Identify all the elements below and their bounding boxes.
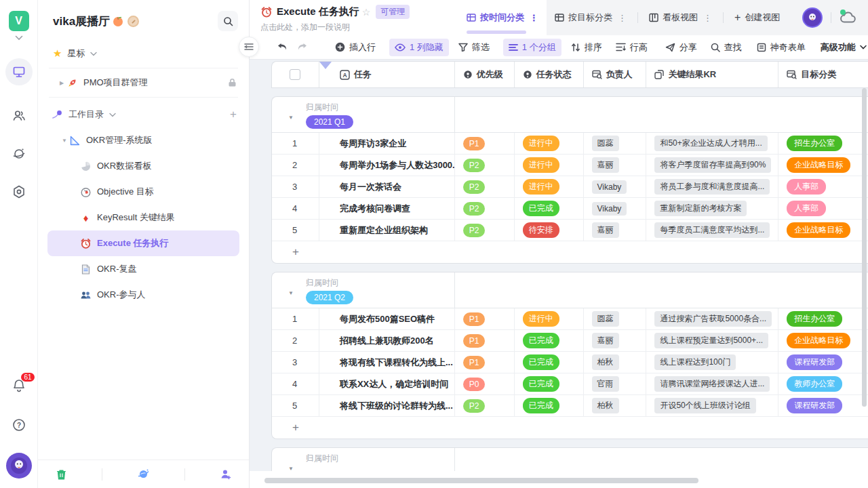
priority-tag[interactable]: P1 (463, 312, 486, 326)
template-center-icon[interactable] (12, 146, 26, 161)
find-button[interactable]: 查找 (711, 41, 742, 54)
collaborator-avatar[interactable] (802, 7, 823, 28)
tab-more-icon[interactable]: ⋮ (530, 13, 538, 23)
group-collapse-toggle[interactable]: ▼ (288, 115, 294, 121)
kr-tag[interactable]: 请腾讯课堂网络授课达人进... (654, 376, 770, 392)
owner-tag[interactable]: 圆蕊 (592, 311, 619, 327)
owner-tag[interactable]: Vikaby (592, 180, 627, 194)
status-tag[interactable]: 已完成 (523, 354, 559, 370)
kr-tag[interactable]: 开设50个线上班级讨论组 (654, 398, 755, 413)
favorite-star-icon[interactable]: ☆ (362, 7, 371, 18)
kr-tag[interactable]: 将员工参与度和满意度提高... (654, 179, 770, 195)
horizontal-scrollbar[interactable] (264, 478, 698, 483)
status-tag[interactable]: 进行中 (523, 311, 559, 327)
magic-form-button[interactable]: 神奇表单 (757, 41, 806, 54)
priority-tag[interactable]: P2 (463, 399, 486, 413)
status-tag[interactable]: 已完成 (523, 201, 559, 216)
category-tag[interactable]: 企业战略目标 (787, 222, 850, 238)
table-row[interactable]: 3 每月一次茶话会 P2 进行中 Vikaby 将员工参与度和满意度提高... … (272, 176, 868, 198)
priority-tag[interactable]: P1 (463, 356, 486, 369)
task-cell[interactable]: 每月一次茶话会 (340, 181, 401, 193)
task-cell[interactable]: 每周举办1场参与人数达3000... (340, 159, 455, 171)
notifications-bell-icon[interactable]: 61 (12, 378, 26, 393)
workbench-icon[interactable] (5, 58, 33, 85)
vertical-scrollbar[interactable] (862, 88, 867, 407)
invite-member-icon[interactable] (220, 468, 232, 481)
owner-tag[interactable]: 柏秋 (592, 354, 619, 370)
column-header-category[interactable]: 目标分类 (778, 62, 868, 87)
task-cell[interactable]: 联系XX达人，确定培训时间 (340, 378, 448, 390)
create-view-button[interactable]: + 创建视图 (726, 0, 788, 35)
task-cell[interactable]: 重新厘定企业组织架构 (340, 224, 428, 237)
category-tag[interactable]: 招生办公室 (787, 136, 842, 151)
view-tab-by-goal[interactable]: 按目标分类 ⋮ (547, 0, 635, 35)
priority-tag[interactable]: P1 (463, 334, 486, 348)
workspace-switch-chevron-icon[interactable] (15, 35, 23, 41)
kr-tag[interactable]: 线上课程预定量达到5000+... (654, 333, 768, 348)
kr-tag[interactable]: 线上课程达到100门 (654, 354, 736, 370)
kr-tag[interactable]: 和50+家企业达成人才聘用... (654, 136, 767, 151)
sync-cloud-icon[interactable] (840, 11, 857, 24)
search-button[interactable] (218, 11, 238, 31)
view-tab-kanban[interactable]: 看板视图 ⋮ (641, 0, 720, 35)
row-height-button[interactable]: 行高 (616, 41, 648, 54)
priority-tag[interactable]: P2 (463, 180, 486, 194)
advanced-features-button[interactable]: 高级功能 (821, 41, 867, 54)
group-header[interactable]: ▼ 归属时间 2021 Q1 (272, 97, 868, 133)
owner-tag[interactable]: 嘉丽 (592, 333, 619, 348)
share-button[interactable]: 分享 (665, 41, 697, 54)
priority-tag[interactable]: P0 (463, 378, 486, 391)
user-avatar[interactable] (6, 453, 32, 479)
owner-tag[interactable]: 嘉丽 (592, 157, 619, 173)
priority-tag[interactable]: P2 (463, 159, 486, 172)
priority-tag[interactable]: P2 (463, 224, 486, 237)
category-tag[interactable]: 课程研发部 (787, 398, 842, 413)
task-cell[interactable]: 每周发布500篇SEO稿件 (340, 313, 435, 325)
group-button[interactable]: 1 个分组 (503, 39, 561, 56)
kr-tag[interactable]: 通过搜索广告获取5000条合... (654, 311, 772, 327)
category-tag[interactable]: 企业战略目标 (787, 157, 850, 173)
sidebar-item-pmo-folder[interactable]: ▶ PMO项目群管理 (38, 70, 249, 96)
add-row-button[interactable]: + (272, 417, 868, 439)
owner-tag[interactable]: 圆蕊 (592, 136, 619, 151)
task-cell[interactable]: 招聘线上兼职教师200名 (340, 335, 434, 347)
column-header-priority[interactable]: 优先级 (455, 62, 515, 87)
category-tag[interactable]: 教师办公室 (787, 376, 842, 392)
status-tag[interactable]: 进行中 (523, 179, 559, 195)
table-row[interactable]: 2 招聘线上兼职教师200名 P1 已完成 嘉丽 线上课程预定量达到5000+.… (272, 330, 868, 352)
status-tag[interactable]: 已完成 (523, 333, 559, 348)
sidebar-item-okr-review[interactable]: OKR-复盘 (38, 256, 249, 282)
recycle-bin-icon[interactable] (56, 468, 67, 481)
workspace-logo[interactable]: V (9, 11, 29, 31)
view-tab-by-time[interactable]: 按时间分类 ⋮ (458, 0, 547, 35)
priority-tag[interactable]: P2 (463, 202, 486, 216)
table-row[interactable]: 5 重新厘定企业组织架构 P2 待安排 嘉丽 每季度员工满意度平均达到... 企… (272, 220, 868, 241)
redo-button[interactable] (297, 43, 308, 52)
column-header-owner[interactable]: 负责人 (584, 62, 647, 87)
hidden-fields-button[interactable]: 1 列隐藏 (389, 39, 449, 56)
contacts-icon[interactable] (12, 108, 26, 123)
sidebar-item-keyresult[interactable]: ♦ KeyResult 关键结果 (38, 205, 249, 230)
category-tag[interactable]: 企业战略目标 (787, 333, 850, 348)
sidebar-item-okr-dashboard[interactable]: OKR数据看板 (38, 153, 249, 179)
owner-tag[interactable]: 柏秋 (592, 398, 619, 413)
collapse-sidebar-button[interactable] (239, 37, 259, 57)
category-tag[interactable]: 招生办公室 (787, 311, 842, 327)
select-all-checkbox[interactable] (290, 69, 300, 80)
help-icon[interactable]: ? (12, 418, 26, 432)
starred-section-toggle[interactable]: ★ 星标 (38, 41, 249, 66)
settings-icon[interactable] (12, 184, 26, 199)
status-tag[interactable]: 进行中 (523, 157, 559, 173)
status-tag[interactable]: 待安排 (523, 222, 559, 238)
template-planet-icon[interactable] (137, 468, 150, 481)
filter-button[interactable]: 筛选 (458, 41, 490, 54)
collapse-arrow-icon[interactable]: ▼ (60, 138, 69, 144)
expand-arrow-icon[interactable]: ▶ (57, 80, 66, 86)
status-tag[interactable]: 进行中 (523, 136, 559, 151)
undo-button[interactable] (277, 43, 288, 52)
table-row[interactable]: 3 将现有线下课程转化为线上... P1 已完成 柏秋 线上课程达到100门 课… (272, 352, 868, 373)
add-node-button[interactable]: + (230, 108, 237, 121)
table-row[interactable]: 1 每周发布500篇SEO稿件 P1 进行中 圆蕊 通过搜索广告获取5000条合… (272, 308, 868, 330)
task-cell[interactable]: 将现有线下课程转化为线上... (340, 357, 453, 369)
column-header-status[interactable]: 任务状态 (515, 62, 584, 87)
